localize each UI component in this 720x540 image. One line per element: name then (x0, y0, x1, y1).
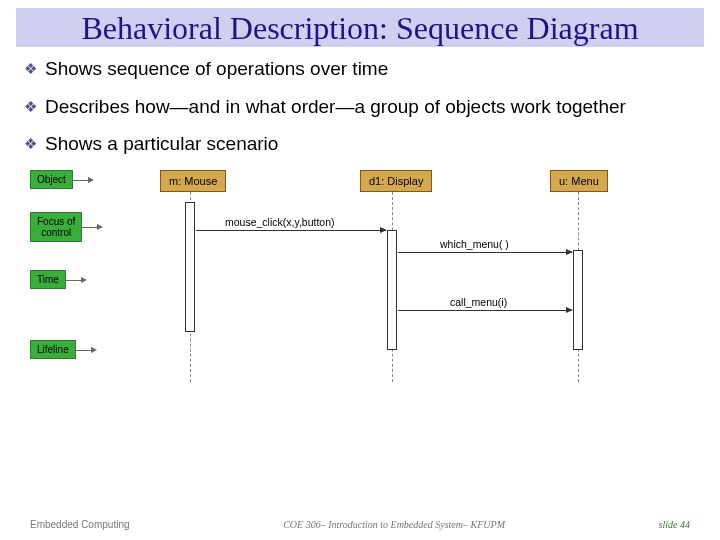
footer: Embedded Computing COE 306– Introduction… (0, 519, 720, 530)
legend-object: Object (30, 170, 73, 189)
object-menu: u: Menu (550, 170, 608, 192)
msg-which-menu-arrow (398, 252, 572, 253)
legend-lifeline: Lifeline (30, 340, 76, 359)
list-item: ❖Shows a particular scenario (24, 132, 696, 156)
diamond-icon: ❖ (24, 135, 37, 154)
msg-mouse-click-arrow (196, 230, 386, 231)
msg-call-menu: call_menu(i) (450, 296, 507, 308)
footer-left: Embedded Computing (30, 519, 130, 530)
bullet-text: Shows a particular scenario (45, 132, 278, 156)
diamond-icon: ❖ (24, 98, 37, 117)
slide-title: Behavioral Description: Sequence Diagram (24, 10, 696, 47)
bullet-text: Describes how—and in what order—a group … (45, 95, 626, 119)
legend-focus: Focus of control (30, 212, 82, 242)
title-band: Behavioral Description: Sequence Diagram (16, 8, 704, 47)
msg-which-menu: which_menu( ) (440, 238, 509, 250)
object-mouse: m: Mouse (160, 170, 226, 192)
footer-right: slide 44 (659, 519, 690, 530)
bullet-list: ❖Shows sequence of operations over time … (24, 57, 696, 156)
list-item: ❖Describes how—and in what order—a group… (24, 95, 696, 119)
activation-display (387, 230, 397, 350)
sequence-diagram: Object Focus of control Time Lifeline m:… (30, 170, 690, 390)
bullet-text: Shows sequence of operations over time (45, 57, 388, 81)
object-display: d1: Display (360, 170, 432, 192)
activation-menu (573, 250, 583, 350)
activation-mouse (185, 202, 195, 332)
diamond-icon: ❖ (24, 60, 37, 79)
list-item: ❖Shows sequence of operations over time (24, 57, 696, 81)
msg-mouse-click: mouse_click(x,y,button) (225, 216, 335, 228)
legend-time: Time (30, 270, 66, 289)
msg-call-menu-arrow (398, 310, 572, 311)
footer-mid: COE 306– Introduction to Embedded System… (283, 519, 505, 530)
